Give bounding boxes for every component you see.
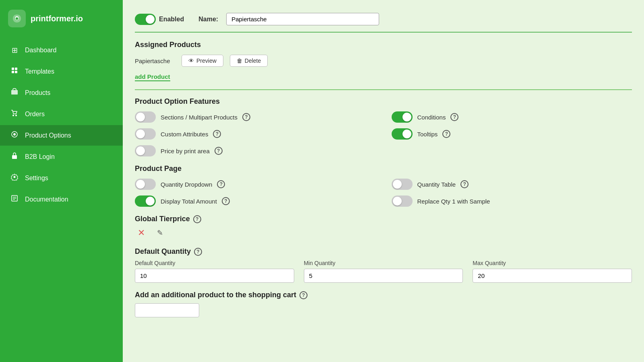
feature-qty-dropdown: Quantity Dropdown ? bbox=[135, 179, 376, 190]
conditions-toggle-slider[interactable] bbox=[392, 111, 413, 123]
sidebar-item-product-options[interactable]: Product Options bbox=[0, 125, 123, 146]
additional-product-section: Add an additional product to the shoppin… bbox=[135, 291, 632, 317]
min-qty-input[interactable] bbox=[304, 269, 463, 283]
sidebar-item-orders[interactable]: Orders bbox=[0, 104, 123, 124]
main-content: Enabled Name: Assigned Products Papierta… bbox=[123, 0, 644, 362]
replace-qty-slider[interactable] bbox=[392, 195, 413, 207]
price-by-print-slider[interactable] bbox=[135, 145, 156, 156]
default-qty-input[interactable] bbox=[135, 269, 294, 283]
qty-dropdown-slider[interactable] bbox=[135, 179, 156, 190]
sidebar-item-b2b-login[interactable]: B2B Login bbox=[0, 146, 123, 167]
display-total-toggle[interactable] bbox=[135, 195, 156, 207]
sidebar-label-products: Products bbox=[25, 89, 50, 97]
sections-toggle-slider[interactable] bbox=[135, 111, 156, 123]
default-qty-field: Default Quantity bbox=[135, 260, 294, 283]
svg-rect-2 bbox=[15, 68, 17, 70]
delete-label: Delete bbox=[245, 58, 261, 64]
qty-dropdown-label: Quantity Dropdown bbox=[161, 181, 212, 188]
sections-label: Sections / Multipart Products bbox=[161, 114, 237, 121]
sections-toggle[interactable] bbox=[135, 111, 156, 123]
section-divider-1 bbox=[135, 89, 632, 90]
sidebar: printformer.io ⊞ Dashboard Templates Pro… bbox=[0, 0, 123, 362]
sidebar-item-documentation[interactable]: Documentation bbox=[0, 189, 123, 210]
sidebar-navigation: ⊞ Dashboard Templates Products Orders bbox=[0, 37, 123, 213]
name-label: Name: bbox=[198, 16, 218, 23]
replace-qty-toggle[interactable] bbox=[392, 195, 413, 207]
top-bar: Enabled Name: bbox=[135, 8, 632, 33]
products-icon bbox=[10, 88, 19, 97]
logo-icon bbox=[8, 10, 26, 27]
conditions-label: Conditions bbox=[417, 114, 446, 121]
assigned-products-section: Assigned Products Papiertasche 👁 Preview… bbox=[135, 41, 632, 81]
enabled-toggle[interactable] bbox=[135, 14, 156, 25]
templates-icon bbox=[10, 67, 19, 76]
svg-point-9 bbox=[13, 133, 16, 136]
toggle-slider[interactable] bbox=[135, 14, 156, 25]
sidebar-item-templates[interactable]: Templates bbox=[0, 61, 123, 82]
display-total-help-icon[interactable]: ? bbox=[222, 197, 230, 205]
feature-custom-attrs: Custom Attributes ? bbox=[135, 128, 376, 140]
conditions-help-icon[interactable]: ? bbox=[450, 113, 458, 121]
product-options-icon bbox=[10, 131, 19, 140]
qty-table-help-icon[interactable]: ? bbox=[460, 180, 469, 188]
additional-product-input[interactable] bbox=[135, 303, 199, 317]
sidebar-label-templates: Templates bbox=[25, 68, 54, 75]
custom-attrs-help-icon[interactable]: ? bbox=[213, 130, 221, 138]
qty-table-toggle[interactable] bbox=[392, 179, 413, 190]
additional-product-title: Add an additional product to the shoppin… bbox=[135, 291, 296, 299]
default-quantity-help-icon[interactable]: ? bbox=[194, 248, 202, 256]
tooltips-toggle-slider[interactable] bbox=[392, 128, 413, 140]
custom-attrs-toggle-slider[interactable] bbox=[135, 128, 156, 140]
tierprice-actions: ✕ ✎ bbox=[135, 226, 632, 239]
sidebar-logo: printformer.io bbox=[0, 0, 123, 37]
additional-product-help-icon[interactable]: ? bbox=[299, 291, 308, 299]
default-quantity-section: Default Quantity ? Default Quantity Min … bbox=[135, 247, 632, 283]
price-by-print-help-icon[interactable]: ? bbox=[215, 147, 223, 155]
custom-attrs-label: Custom Attributes bbox=[161, 131, 208, 138]
tooltips-toggle[interactable] bbox=[392, 128, 413, 140]
product-option-features-title: Product Option Features bbox=[135, 97, 632, 106]
sidebar-label-orders: Orders bbox=[25, 111, 45, 118]
sidebar-item-products[interactable]: Products bbox=[0, 82, 123, 103]
product-row: Papiertasche 👁 Preview 🗑 Delete bbox=[135, 55, 632, 67]
price-by-print-label: Price by print area bbox=[161, 148, 210, 154]
delete-button[interactable]: 🗑 Delete bbox=[230, 55, 268, 67]
conditions-toggle[interactable] bbox=[392, 111, 413, 123]
svg-point-7 bbox=[15, 115, 17, 116]
tierprice-delete-button[interactable]: ✕ bbox=[135, 226, 148, 239]
sidebar-item-settings[interactable]: Settings bbox=[0, 168, 123, 188]
price-by-print-toggle[interactable] bbox=[135, 145, 156, 156]
orders-icon bbox=[10, 109, 19, 119]
qty-dropdown-toggle[interactable] bbox=[135, 179, 156, 190]
tooltips-label: Tooltips bbox=[417, 131, 438, 138]
tierprice-edit-button[interactable]: ✎ bbox=[153, 226, 166, 239]
tierprice-help-icon[interactable]: ? bbox=[193, 215, 201, 223]
product-option-features-section: Product Option Features Sections / Multi… bbox=[135, 97, 632, 156]
sidebar-item-dashboard[interactable]: ⊞ Dashboard bbox=[0, 40, 123, 60]
qty-table-slider[interactable] bbox=[392, 179, 413, 190]
min-qty-label: Min Quantity bbox=[304, 260, 463, 266]
svg-rect-1 bbox=[12, 68, 14, 70]
product-page-left: Quantity Dropdown ? Display Total Amount… bbox=[135, 179, 376, 207]
svg-rect-3 bbox=[12, 71, 14, 73]
display-total-slider[interactable] bbox=[135, 195, 156, 207]
eye-icon: 👁 bbox=[188, 58, 194, 64]
max-qty-input[interactable] bbox=[473, 269, 632, 283]
qty-dropdown-help-icon[interactable]: ? bbox=[217, 180, 225, 188]
sections-help-icon[interactable]: ? bbox=[242, 113, 250, 121]
documentation-icon bbox=[10, 195, 19, 204]
tooltips-help-icon[interactable]: ? bbox=[442, 130, 450, 138]
name-input[interactable] bbox=[226, 13, 379, 25]
display-total-label: Display Total Amount bbox=[161, 198, 217, 205]
custom-attrs-toggle[interactable] bbox=[135, 128, 156, 140]
preview-button[interactable]: 👁 Preview bbox=[182, 55, 223, 67]
default-qty-label: Default Quantity bbox=[135, 260, 294, 266]
feature-qty-table: Quantity Table ? bbox=[392, 179, 632, 190]
max-qty-label: Max Quantity bbox=[473, 260, 632, 266]
sidebar-label-documentation: Documentation bbox=[25, 196, 68, 203]
feature-price-by-print: Price by print area ? bbox=[135, 145, 376, 156]
feature-display-total: Display Total Amount ? bbox=[135, 195, 376, 207]
add-product-link[interactable]: add Product bbox=[135, 73, 170, 81]
replace-qty-label: Replace Qty 1 with Sample bbox=[417, 198, 490, 205]
enabled-toggle-wrap: Enabled bbox=[135, 14, 184, 25]
